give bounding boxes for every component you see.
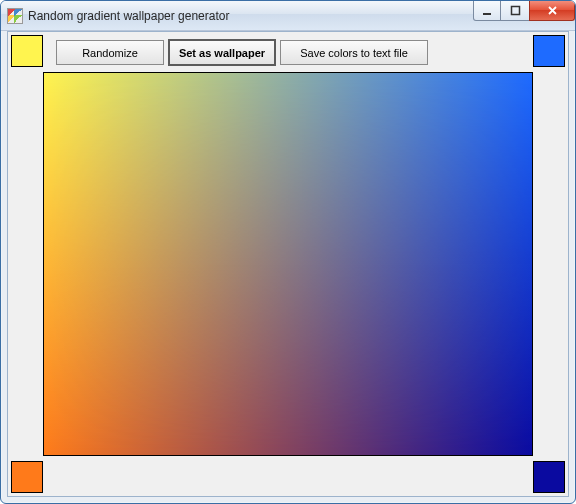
bottom-left-color-swatch[interactable] [11,461,43,493]
window-title: Random gradient wallpaper generator [28,9,229,23]
close-button[interactable] [529,1,575,21]
bottom-right-color-swatch[interactable] [533,461,565,493]
minimize-button[interactable] [473,1,501,21]
svg-rect-0 [483,13,491,15]
maximize-button[interactable] [500,1,530,21]
toolbar: Randomize Set as wallpaper Save colors t… [8,32,568,72]
svg-rect-1 [511,7,519,15]
randomize-button[interactable]: Randomize [56,40,164,65]
set-wallpaper-button[interactable]: Set as wallpaper [168,39,276,66]
client-area: Randomize Set as wallpaper Save colors t… [7,31,569,497]
app-window: Random gradient wallpaper generator Rand… [0,0,576,504]
top-left-color-swatch[interactable] [11,35,43,67]
gradient-preview [43,72,533,456]
titlebar[interactable]: Random gradient wallpaper generator [1,1,575,31]
window-controls [474,1,575,21]
app-icon [7,8,23,24]
gradient-layer [44,73,532,455]
top-right-color-swatch[interactable] [533,35,565,67]
save-colors-button[interactable]: Save colors to text file [280,40,428,65]
